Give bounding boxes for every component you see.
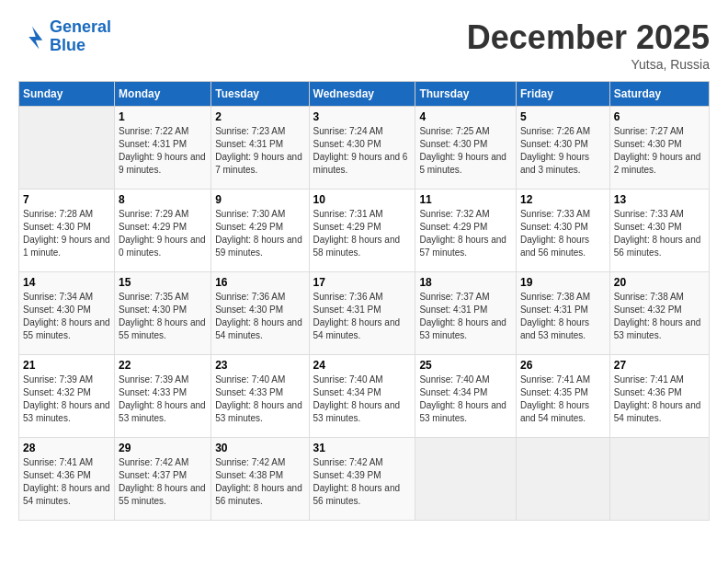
page-header: General Blue December 2025 Yutsa, Russia bbox=[18, 18, 710, 72]
day-info: Sunrise: 7:42 AMSunset: 4:37 PMDaylight:… bbox=[119, 456, 207, 508]
day-info: Sunrise: 7:42 AMSunset: 4:38 PMDaylight:… bbox=[215, 456, 304, 508]
day-number: 14 bbox=[23, 276, 110, 289]
day-info: Sunrise: 7:24 AMSunset: 4:30 PMDaylight:… bbox=[313, 125, 412, 177]
day-info: Sunrise: 7:36 AMSunset: 4:30 PMDaylight:… bbox=[215, 291, 304, 342]
day-info: Sunrise: 7:28 AMSunset: 4:30 PMDaylight:… bbox=[23, 208, 110, 259]
day-info: Sunrise: 7:42 AMSunset: 4:39 PMDaylight:… bbox=[313, 456, 412, 508]
day-number: 19 bbox=[520, 276, 606, 289]
calendar-cell: 17 Sunrise: 7:36 AMSunset: 4:31 PMDaylig… bbox=[309, 272, 415, 355]
day-number: 18 bbox=[419, 276, 512, 289]
day-info: Sunrise: 7:22 AMSunset: 4:31 PMDaylight:… bbox=[119, 125, 207, 177]
calendar-week-2: 7 Sunrise: 7:28 AMSunset: 4:30 PMDayligh… bbox=[19, 190, 710, 272]
calendar-cell: 1 Sunrise: 7:22 AMSunset: 4:31 PMDayligh… bbox=[115, 107, 211, 190]
calendar-cell: 26 Sunrise: 7:41 AMSunset: 4:35 PMDaylig… bbox=[516, 355, 609, 438]
logo-icon bbox=[18, 23, 46, 51]
day-info: Sunrise: 7:32 AMSunset: 4:29 PMDaylight:… bbox=[419, 208, 512, 259]
header-thursday: Thursday bbox=[415, 82, 517, 107]
day-number: 4 bbox=[419, 110, 512, 123]
logo: General Blue bbox=[18, 18, 111, 55]
calendar-cell: 14 Sunrise: 7:34 AMSunset: 4:30 PMDaylig… bbox=[19, 272, 115, 355]
month-year: December 2025 bbox=[467, 18, 710, 57]
day-info: Sunrise: 7:31 AMSunset: 4:29 PMDaylight:… bbox=[313, 208, 412, 259]
header-friday: Friday bbox=[516, 82, 609, 107]
day-info: Sunrise: 7:39 AMSunset: 4:32 PMDaylight:… bbox=[23, 373, 110, 425]
day-info: Sunrise: 7:40 AMSunset: 4:34 PMDaylight:… bbox=[313, 373, 412, 425]
day-number: 3 bbox=[313, 110, 412, 123]
calendar-cell: 2 Sunrise: 7:23 AMSunset: 4:31 PMDayligh… bbox=[211, 107, 309, 190]
calendar-cell: 12 Sunrise: 7:33 AMSunset: 4:30 PMDaylig… bbox=[516, 190, 609, 272]
day-number: 12 bbox=[520, 193, 606, 206]
day-number: 11 bbox=[419, 193, 512, 206]
calendar-cell: 19 Sunrise: 7:38 AMSunset: 4:31 PMDaylig… bbox=[516, 272, 609, 355]
day-number: 26 bbox=[520, 359, 606, 372]
header-row: Sunday Monday Tuesday Wednesday Thursday… bbox=[19, 82, 710, 107]
day-info: Sunrise: 7:41 AMSunset: 4:36 PMDaylight:… bbox=[23, 456, 110, 508]
location: Yutsa, Russia bbox=[467, 57, 710, 72]
day-number: 30 bbox=[215, 442, 304, 454]
calendar-cell: 7 Sunrise: 7:28 AMSunset: 4:30 PMDayligh… bbox=[19, 190, 115, 272]
day-info: Sunrise: 7:39 AMSunset: 4:33 PMDaylight:… bbox=[119, 373, 207, 425]
day-number: 8 bbox=[119, 193, 207, 206]
day-info: Sunrise: 7:41 AMSunset: 4:35 PMDaylight:… bbox=[520, 373, 606, 425]
day-info: Sunrise: 7:26 AMSunset: 4:30 PMDaylight:… bbox=[520, 125, 606, 177]
day-info: Sunrise: 7:38 AMSunset: 4:32 PMDaylight:… bbox=[614, 291, 705, 342]
header-saturday: Saturday bbox=[609, 82, 709, 107]
svg-marker-0 bbox=[28, 27, 42, 50]
day-info: Sunrise: 7:33 AMSunset: 4:30 PMDaylight:… bbox=[520, 208, 606, 259]
calendar-cell: 4 Sunrise: 7:25 AMSunset: 4:30 PMDayligh… bbox=[415, 107, 517, 190]
calendar-cell: 5 Sunrise: 7:26 AMSunset: 4:30 PMDayligh… bbox=[516, 107, 609, 190]
day-info: Sunrise: 7:40 AMSunset: 4:34 PMDaylight:… bbox=[419, 373, 512, 425]
day-number: 27 bbox=[614, 359, 705, 372]
logo-line2: Blue bbox=[50, 36, 85, 54]
day-info: Sunrise: 7:25 AMSunset: 4:30 PMDaylight:… bbox=[419, 125, 512, 177]
day-number: 16 bbox=[215, 276, 304, 289]
calendar-week-1: 1 Sunrise: 7:22 AMSunset: 4:31 PMDayligh… bbox=[19, 107, 710, 190]
day-info: Sunrise: 7:37 AMSunset: 4:31 PMDaylight:… bbox=[419, 291, 512, 342]
calendar-cell bbox=[609, 438, 709, 521]
day-number: 5 bbox=[520, 110, 606, 123]
day-number: 29 bbox=[119, 442, 207, 454]
day-number: 10 bbox=[313, 193, 412, 206]
day-info: Sunrise: 7:36 AMSunset: 4:31 PMDaylight:… bbox=[313, 291, 412, 342]
calendar-cell bbox=[415, 438, 517, 521]
day-number: 7 bbox=[23, 193, 110, 206]
calendar-cell: 10 Sunrise: 7:31 AMSunset: 4:29 PMDaylig… bbox=[309, 190, 415, 272]
day-number: 22 bbox=[119, 359, 207, 372]
title-area: December 2025 Yutsa, Russia bbox=[467, 18, 710, 72]
calendar-table: Sunday Monday Tuesday Wednesday Thursday… bbox=[18, 81, 710, 521]
day-info: Sunrise: 7:40 AMSunset: 4:33 PMDaylight:… bbox=[215, 373, 304, 425]
day-number: 13 bbox=[614, 193, 705, 206]
calendar-cell: 27 Sunrise: 7:41 AMSunset: 4:36 PMDaylig… bbox=[609, 355, 709, 438]
day-info: Sunrise: 7:35 AMSunset: 4:30 PMDaylight:… bbox=[119, 291, 207, 342]
calendar-cell: 23 Sunrise: 7:40 AMSunset: 4:33 PMDaylig… bbox=[211, 355, 309, 438]
calendar-week-4: 21 Sunrise: 7:39 AMSunset: 4:32 PMDaylig… bbox=[19, 355, 710, 438]
calendar-cell: 25 Sunrise: 7:40 AMSunset: 4:34 PMDaylig… bbox=[415, 355, 517, 438]
day-number: 6 bbox=[614, 110, 705, 123]
day-info: Sunrise: 7:34 AMSunset: 4:30 PMDaylight:… bbox=[23, 291, 110, 342]
calendar-cell bbox=[516, 438, 609, 521]
calendar-cell: 16 Sunrise: 7:36 AMSunset: 4:30 PMDaylig… bbox=[211, 272, 309, 355]
day-info: Sunrise: 7:29 AMSunset: 4:29 PMDaylight:… bbox=[119, 208, 207, 259]
logo-line1: General bbox=[50, 17, 111, 36]
calendar-cell: 24 Sunrise: 7:40 AMSunset: 4:34 PMDaylig… bbox=[309, 355, 415, 438]
calendar-cell: 22 Sunrise: 7:39 AMSunset: 4:33 PMDaylig… bbox=[115, 355, 211, 438]
calendar-cell: 18 Sunrise: 7:37 AMSunset: 4:31 PMDaylig… bbox=[415, 272, 517, 355]
day-info: Sunrise: 7:30 AMSunset: 4:29 PMDaylight:… bbox=[215, 208, 304, 259]
calendar-cell: 20 Sunrise: 7:38 AMSunset: 4:32 PMDaylig… bbox=[609, 272, 709, 355]
calendar-cell: 3 Sunrise: 7:24 AMSunset: 4:30 PMDayligh… bbox=[309, 107, 415, 190]
calendar-cell: 28 Sunrise: 7:41 AMSunset: 4:36 PMDaylig… bbox=[19, 438, 115, 521]
day-number: 25 bbox=[419, 359, 512, 372]
day-info: Sunrise: 7:41 AMSunset: 4:36 PMDaylight:… bbox=[614, 373, 705, 425]
day-number: 9 bbox=[215, 193, 304, 206]
day-info: Sunrise: 7:23 AMSunset: 4:31 PMDaylight:… bbox=[215, 125, 304, 177]
calendar-cell: 11 Sunrise: 7:32 AMSunset: 4:29 PMDaylig… bbox=[415, 190, 517, 272]
day-number: 15 bbox=[119, 276, 207, 289]
calendar-cell: 30 Sunrise: 7:42 AMSunset: 4:38 PMDaylig… bbox=[211, 438, 309, 521]
header-tuesday: Tuesday bbox=[211, 82, 309, 107]
header-monday: Monday bbox=[115, 82, 211, 107]
calendar-cell: 21 Sunrise: 7:39 AMSunset: 4:32 PMDaylig… bbox=[19, 355, 115, 438]
calendar-cell: 9 Sunrise: 7:30 AMSunset: 4:29 PMDayligh… bbox=[211, 190, 309, 272]
day-number: 31 bbox=[313, 442, 412, 454]
calendar-cell: 6 Sunrise: 7:27 AMSunset: 4:30 PMDayligh… bbox=[609, 107, 709, 190]
header-wednesday: Wednesday bbox=[309, 82, 415, 107]
